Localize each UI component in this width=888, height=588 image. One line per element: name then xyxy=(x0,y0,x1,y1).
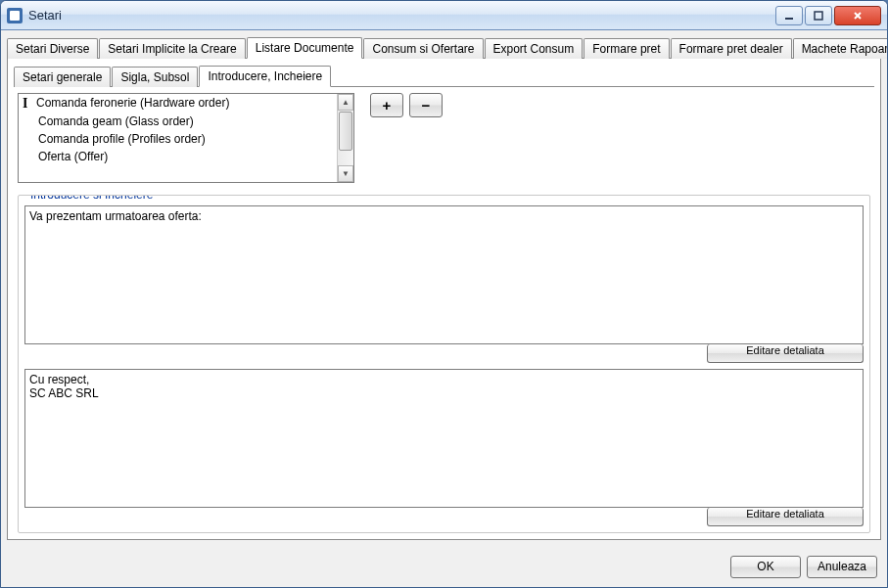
intro-textarea[interactable]: Va prezentam urmatoarea oferta: xyxy=(24,205,864,344)
document-listbox[interactable]: IComanda feronerie (Hardware order) Coma… xyxy=(19,94,337,182)
close-button[interactable] xyxy=(834,6,881,25)
tab-machete-rapoarte[interactable]: Machete Rapoarte xyxy=(793,38,887,59)
scroll-thumb[interactable] xyxy=(339,112,352,151)
list-scrollbar[interactable]: ▲ ▼ xyxy=(337,94,353,182)
scroll-up-icon[interactable]: ▲ xyxy=(338,94,353,111)
sub-tabstrip: Setari generale Sigla, Subsol Introducer… xyxy=(14,65,874,87)
group-legend: Introducere si Incheiere xyxy=(26,195,157,202)
main-tabstrip: Setari Diverse Setari Implicite la Crear… xyxy=(7,36,881,59)
tab-listare-documente[interactable]: Listare Documente xyxy=(247,37,363,59)
tab-formare-pret[interactable]: Formare pret xyxy=(584,38,669,59)
subtab-setari-generale[interactable]: Setari generale xyxy=(14,67,111,87)
settings-window: Setari Setari Diverse Setari Implicite l… xyxy=(0,0,888,588)
plus-icon: + xyxy=(383,98,392,113)
edit-detail-closing-button[interactable]: Editare detaliata xyxy=(707,508,864,526)
subtab-introducere-incheiere[interactable]: Introducere, Incheiere xyxy=(199,66,331,87)
edit-detail-intro-button[interactable]: Editare detaliata xyxy=(707,344,864,363)
tab-setari-implicite[interactable]: Setari Implicite la Creare xyxy=(99,38,245,59)
list-item[interactable]: IComanda feronerie (Hardware order) xyxy=(19,94,337,113)
cancel-button[interactable]: Anuleaza xyxy=(807,556,877,578)
closing-block: Cu respect, SC ABC SRL Editare detaliata xyxy=(24,369,864,526)
intro-closing-group: Introducere si Incheiere Va prezentam ur… xyxy=(18,195,870,533)
window-title: Setari xyxy=(28,8,773,23)
window-body: Setari Diverse Setari Implicite la Crear… xyxy=(1,30,887,546)
subtab-sigla-subsol[interactable]: Sigla, Subsol xyxy=(112,67,198,87)
list-item[interactable]: Oferta (Offer) xyxy=(19,148,337,165)
app-icon xyxy=(7,8,23,23)
closing-textarea[interactable]: Cu respect, SC ABC SRL xyxy=(24,369,864,508)
list-edit-buttons: + − xyxy=(370,93,443,117)
document-list[interactable]: IComanda feronerie (Hardware order) Coma… xyxy=(18,93,354,183)
ok-button[interactable]: OK xyxy=(730,556,801,578)
window-controls xyxy=(773,6,881,25)
minimize-button[interactable] xyxy=(775,6,803,25)
maximize-button[interactable] xyxy=(805,6,832,25)
caret-icon: I xyxy=(23,96,27,112)
tab-setari-diverse[interactable]: Setari Diverse xyxy=(7,38,98,59)
remove-button[interactable]: − xyxy=(409,93,443,117)
svg-rect-1 xyxy=(815,12,822,20)
main-tab-content: Setari generale Sigla, Subsol Introducer… xyxy=(7,59,881,540)
add-button[interactable]: + xyxy=(370,93,403,117)
minus-icon: − xyxy=(422,98,431,113)
tab-formare-pret-dealer[interactable]: Formare pret dealer xyxy=(671,38,792,59)
dialog-footer: OK Anuleaza xyxy=(1,546,887,587)
list-item[interactable]: Comanda profile (Profiles order) xyxy=(19,130,337,148)
scroll-track[interactable] xyxy=(338,152,353,165)
top-row: IComanda feronerie (Hardware order) Coma… xyxy=(18,93,870,189)
sub-tab-content: IComanda feronerie (Hardware order) Coma… xyxy=(14,87,874,533)
list-item-label: Comanda feronerie (Hardware order) xyxy=(36,96,229,110)
tab-export-consum[interactable]: Export Consum xyxy=(485,38,584,59)
titlebar: Setari xyxy=(1,1,887,30)
scroll-down-icon[interactable]: ▼ xyxy=(338,165,353,182)
intro-block: Va prezentam urmatoarea oferta: Editare … xyxy=(24,205,864,363)
list-item[interactable]: Comanda geam (Glass order) xyxy=(19,113,337,130)
tab-consum-ofertare[interactable]: Consum si Ofertare xyxy=(363,38,483,59)
